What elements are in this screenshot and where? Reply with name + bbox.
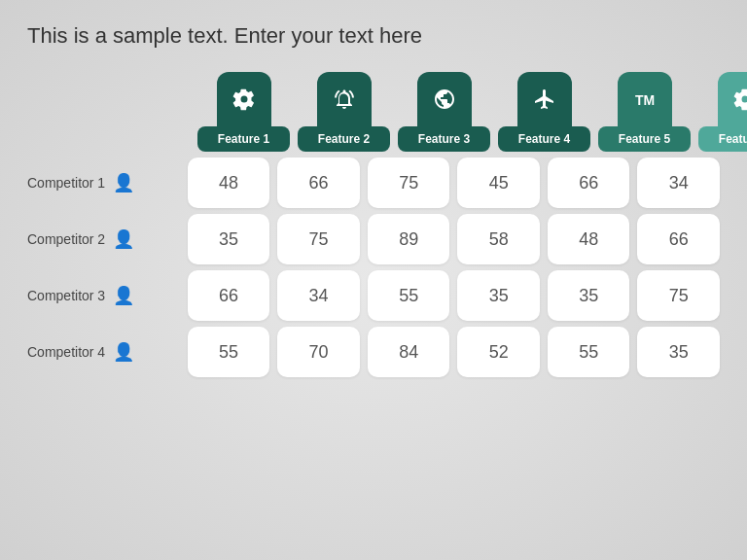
data-cell: 84: [368, 327, 450, 377]
competitor-name-3: Competitor 3: [27, 288, 105, 303]
person-icon: 👤: [113, 285, 134, 306]
gear-icon: [718, 72, 748, 126]
feature-header-1: Feature 1: [197, 72, 290, 152]
data-cell: 34: [637, 158, 720, 208]
data-cell: 70: [277, 327, 360, 377]
alarm-icon: [317, 72, 372, 126]
feature-header-4: Feature 4: [498, 72, 590, 152]
table-row: Competitor 3 👤663455353575: [27, 270, 720, 321]
competitor-name-2: Competitor 2: [27, 231, 105, 247]
data-cell: 66: [637, 214, 720, 264]
competitor-label-2: Competitor 2 👤: [27, 228, 180, 250]
data-cell: 55: [368, 270, 450, 321]
tm-icon: TM: [618, 72, 672, 126]
feature-label-5: Feature 5: [598, 126, 691, 152]
data-cell: 55: [548, 327, 630, 377]
data-rows: Competitor 1 👤486675456634Competitor 2 👤…: [27, 158, 720, 377]
data-cell: 75: [637, 270, 720, 321]
feature-label-6: Feature 6: [698, 126, 747, 152]
data-cell: 35: [548, 270, 630, 321]
data-cell: 89: [368, 214, 450, 264]
competitor-name-4: Competitor 4: [27, 344, 105, 360]
plane-icon: [517, 72, 572, 126]
header-row: Feature 1 Feature 2 Feature 3 Feature 4 …: [197, 72, 720, 152]
data-cell: 66: [188, 270, 270, 321]
data-cell: 48: [548, 214, 630, 264]
data-cell: 45: [457, 158, 540, 208]
comparison-table: Feature 1 Feature 2 Feature 3 Feature 4 …: [27, 72, 720, 377]
data-cell: 34: [277, 270, 360, 321]
feature-label-3: Feature 3: [398, 126, 490, 152]
table-row: Competitor 2 👤357589584866: [27, 214, 720, 264]
data-cell: 66: [277, 158, 360, 208]
table-row: Competitor 1 👤486675456634: [27, 158, 720, 208]
data-cell: 52: [457, 327, 540, 377]
person-icon: 👤: [113, 228, 134, 250]
page-title: This is a sample text. Enter your text h…: [27, 23, 720, 49]
data-cell: 48: [188, 158, 270, 208]
feature-label-2: Feature 2: [298, 126, 390, 152]
competitor-name-1: Competitor 1: [27, 175, 105, 191]
gear-icon: [217, 72, 271, 126]
competitor-label-4: Competitor 4 👤: [27, 341, 180, 363]
data-cell: 55: [188, 327, 270, 377]
feature-header-6: Feature 6: [698, 72, 747, 152]
feature-header-2: Feature 2: [298, 72, 390, 152]
feature-label-1: Feature 1: [197, 126, 290, 152]
feature-header-3: Feature 3: [398, 72, 490, 152]
svg-text:TM: TM: [635, 92, 655, 108]
data-cell: 75: [368, 158, 450, 208]
feature-header-5: TM Feature 5: [598, 72, 691, 152]
person-icon: 👤: [113, 341, 134, 363]
person-icon: 👤: [113, 172, 134, 193]
aperture-icon: [417, 72, 472, 126]
data-cell: 66: [548, 158, 630, 208]
table-row: Competitor 4 👤557084525535: [27, 327, 720, 377]
data-cell: 35: [188, 214, 270, 264]
data-cell: 58: [457, 214, 540, 264]
data-cell: 75: [277, 214, 360, 264]
data-cell: 35: [637, 327, 720, 377]
competitor-label-3: Competitor 3 👤: [27, 285, 180, 306]
feature-label-4: Feature 4: [498, 126, 590, 152]
competitor-label-1: Competitor 1 👤: [27, 172, 180, 193]
data-cell: 35: [457, 270, 540, 321]
